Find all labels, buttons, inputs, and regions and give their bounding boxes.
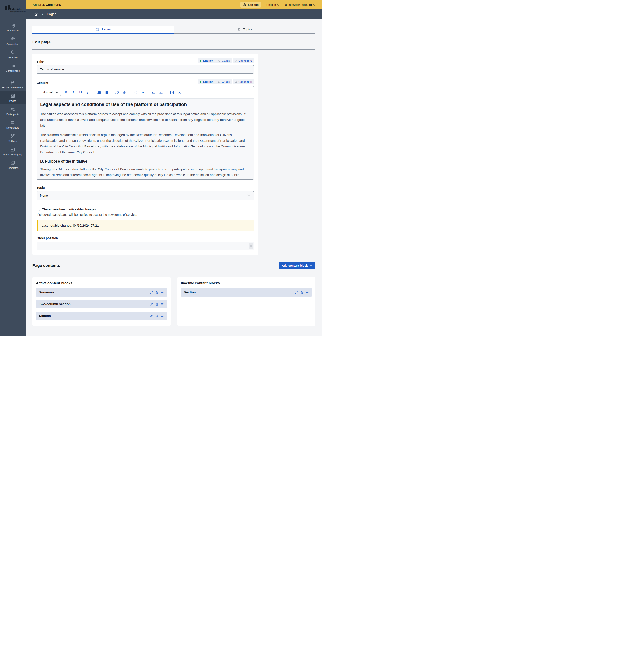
topic-select[interactable]: None <box>37 191 254 200</box>
title-label: Title* <box>37 60 44 63</box>
blockquote-icon[interactable]: “ <box>141 90 145 95</box>
edit-pencil-icon[interactable] <box>150 314 153 317</box>
sidebar-item-pages[interactable]: Pages <box>0 91 25 105</box>
breadcrumb-current[interactable]: Pages <box>47 12 56 16</box>
underline-icon[interactable]: U <box>78 90 83 95</box>
breadcrumb-separator: / <box>42 12 43 16</box>
chevron-down-icon <box>56 92 58 93</box>
order-label-row: Order position <box>37 237 254 240</box>
eraser-icon[interactable] <box>122 90 127 95</box>
drag-handle-icon[interactable] <box>161 291 164 294</box>
topics-icon <box>237 27 241 31</box>
indent-icon[interactable] <box>152 90 156 95</box>
flag-icon <box>10 80 15 85</box>
tab-pages-label: Pages <box>101 27 111 31</box>
delete-trash-icon[interactable] <box>300 291 303 294</box>
home-icon[interactable] <box>34 12 38 16</box>
sidebar-item-settings[interactable]: Settings <box>0 131 25 145</box>
sidebar-item-label: Conferences <box>6 70 20 72</box>
insert-image-icon[interactable] <box>177 90 182 95</box>
lang-tab-castellano[interactable]: Castellano <box>233 58 254 63</box>
content-block-row: Two-column section <box>36 300 167 308</box>
topic-label: Topic <box>37 186 45 189</box>
sidebar-item-conferences[interactable]: Conferences <box>0 61 25 74</box>
newspaper-icon <box>10 93 15 98</box>
copy-icon <box>10 160 15 166</box>
noticeable-changes-label: There have been noticeable changes. <box>42 208 97 211</box>
see-site-button[interactable]: See site <box>241 2 261 8</box>
shell: Annares Commons See site English admin@e… <box>25 0 322 336</box>
topic-select-value: None <box>40 194 48 197</box>
bold-icon[interactable]: B <box>64 90 68 95</box>
ordered-list-icon[interactable] <box>97 90 101 95</box>
page-contents-header: Page contents Add content block <box>32 262 315 269</box>
link-icon[interactable] <box>115 90 119 95</box>
lang-tab-catala[interactable]: Català <box>216 58 232 63</box>
lang-tab-english[interactable]: English <box>198 79 215 84</box>
code-icon[interactable] <box>133 90 138 95</box>
sidebar-item-assemblies[interactable]: Assemblies <box>0 34 25 48</box>
language-label: English <box>266 3 276 7</box>
bank-icon <box>10 37 15 42</box>
sidebar-item-templates[interactable]: Templates <box>0 158 25 171</box>
sidebar-item-newsletters[interactable]: Newsletters <box>0 118 25 131</box>
add-content-block-button[interactable]: Add content block <box>279 262 315 269</box>
lang-tab-english[interactable]: English <box>198 58 215 63</box>
chevron-down-icon <box>313 4 316 5</box>
drag-handle-icon[interactable] <box>305 291 309 294</box>
sidebar-item-global-moderations[interactable]: Global moderations <box>0 78 25 91</box>
outdent-icon[interactable] <box>159 90 163 95</box>
number-stepper[interactable] <box>249 243 253 249</box>
account-menu[interactable]: admin@example.org <box>285 3 316 7</box>
topbar-actions: See site English admin@example.org <box>241 2 316 8</box>
page-contents-divider <box>32 273 315 273</box>
lang-tab-label: Català <box>222 80 230 83</box>
editor-content[interactable]: Legal aspects and conditions of use of t… <box>37 98 254 179</box>
paragraph-style-select[interactable]: Normal <box>39 89 61 96</box>
lang-tab-catala[interactable]: Català <box>216 79 232 84</box>
sidebar-item-participants[interactable]: Participants <box>0 105 25 118</box>
content-label: Content <box>37 81 48 84</box>
sidebar-item-label: Settings <box>8 140 17 143</box>
italic-icon[interactable]: I <box>71 90 75 95</box>
edit-pencil-icon[interactable] <box>150 302 153 306</box>
page-contents-title: Page contents <box>32 263 60 268</box>
tab-pages[interactable]: Pages <box>32 25 174 34</box>
edit-pencil-icon[interactable] <box>295 291 298 294</box>
lang-tab-castellano[interactable]: Castellano <box>233 79 254 84</box>
delete-trash-icon[interactable] <box>155 314 159 317</box>
translation-empty-icon <box>218 81 220 83</box>
sidebar-group-admin: Global moderations Pages Participants Ne… <box>0 78 25 171</box>
chevron-down-icon <box>250 246 252 248</box>
people-icon <box>10 107 15 112</box>
delete-trash-icon[interactable] <box>155 291 159 294</box>
mail-plus-icon <box>10 120 15 125</box>
noticeable-changes-checkbox[interactable] <box>37 208 40 211</box>
bullet-list-icon[interactable] <box>104 90 108 95</box>
sidebar-item-processes[interactable]: Processes <box>0 21 25 34</box>
order-position-input[interactable] <box>37 241 254 250</box>
content-label-row: Content English Català Castellano <box>37 79 254 84</box>
heading-divider <box>32 49 315 50</box>
title-input[interactable] <box>37 65 254 74</box>
embed-video-icon[interactable] <box>170 90 174 95</box>
sidebar-item-label: Newsletters <box>7 127 19 129</box>
decidim-logo[interactable]: decidim free open-source democracy <box>0 0 25 19</box>
sidebar-item-label: Global moderations <box>2 86 23 89</box>
editor-heading1: Legal aspects and conditions of use of t… <box>40 102 250 107</box>
order-position-wrap <box>37 241 254 250</box>
line-break-icon[interactable] <box>86 90 90 95</box>
lang-tab-label: English <box>203 80 213 83</box>
sidebar-item-initiatives[interactable]: Initiatives <box>0 48 25 61</box>
sidebar-item-admin-activity-log[interactable]: Admin activity log <box>0 145 25 158</box>
tab-topics[interactable]: Topics <box>174 25 316 34</box>
drag-handle-icon[interactable] <box>161 314 164 317</box>
language-menu[interactable]: English <box>266 3 280 7</box>
rich-text-editor: Normal B I U <box>37 86 254 180</box>
block-actions <box>150 302 164 306</box>
drag-handle-icon[interactable] <box>161 302 164 306</box>
delete-trash-icon[interactable] <box>155 302 159 306</box>
edit-pencil-icon[interactable] <box>150 291 153 294</box>
translation-empty-icon <box>218 60 220 62</box>
sidebar-item-label: Participants <box>7 113 19 116</box>
